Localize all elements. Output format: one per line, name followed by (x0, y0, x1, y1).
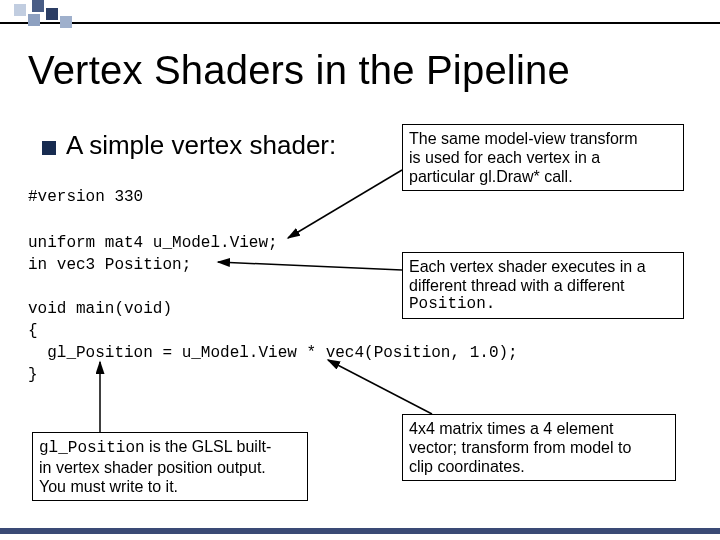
code-line-main-sig: void main(void) (28, 298, 172, 320)
code-line-uniform: uniform mat4 u_Model.View; (28, 232, 278, 254)
svg-line-3 (328, 360, 432, 414)
callout-gl-position: gl_Position is the GLSL built- in vertex… (32, 432, 308, 501)
callout-thread: Each vertex shader executes in a differe… (402, 252, 684, 319)
code-line-assign: gl_Position = u_Model.View * vec4(Positi… (28, 342, 518, 364)
callout-text: Position. (409, 295, 677, 314)
code-line-in-vec: in vec3 Position; (28, 254, 191, 276)
callout-text: You must write to it. (39, 477, 301, 496)
slide-top-deco (0, 0, 720, 28)
bullet-item: A simple vertex shader: (42, 130, 336, 161)
callout-text: in vertex shader position output. (39, 458, 301, 477)
code-line-brace-close: } (28, 364, 38, 386)
bullet-text-emph: vertex shader (172, 130, 330, 160)
callout-matrix: 4x4 matrix times a 4 element vector; tra… (402, 414, 676, 481)
callout-text: vector; transform from model to (409, 438, 669, 457)
callout-text: particular gl.Draw* call. (409, 167, 677, 186)
code-line-brace-open: { (28, 320, 38, 342)
callout-text: is used for each vertex in a (409, 148, 677, 167)
slide-bottom-deco (0, 528, 720, 534)
code-line-version: #version 330 (28, 186, 143, 208)
callout-modelview: The same model-view transform is used fo… (402, 124, 684, 191)
callout-text: Each vertex shader executes in a (409, 257, 677, 276)
bullet-text-prefix: A simple (66, 130, 172, 160)
slide-title: Vertex Shaders in the Pipeline (28, 48, 570, 93)
callout-text: 4x4 matrix times a 4 element (409, 419, 669, 438)
bullet-text-suffix: : (329, 130, 336, 160)
square-bullet-icon (42, 141, 56, 155)
svg-line-1 (218, 262, 402, 270)
callout-text: different thread with a different (409, 276, 677, 295)
svg-line-0 (288, 170, 402, 238)
callout-text: The same model-view transform (409, 129, 677, 148)
callout-text: clip coordinates. (409, 457, 669, 476)
callout-text: gl_Position is the GLSL built- (39, 437, 301, 458)
